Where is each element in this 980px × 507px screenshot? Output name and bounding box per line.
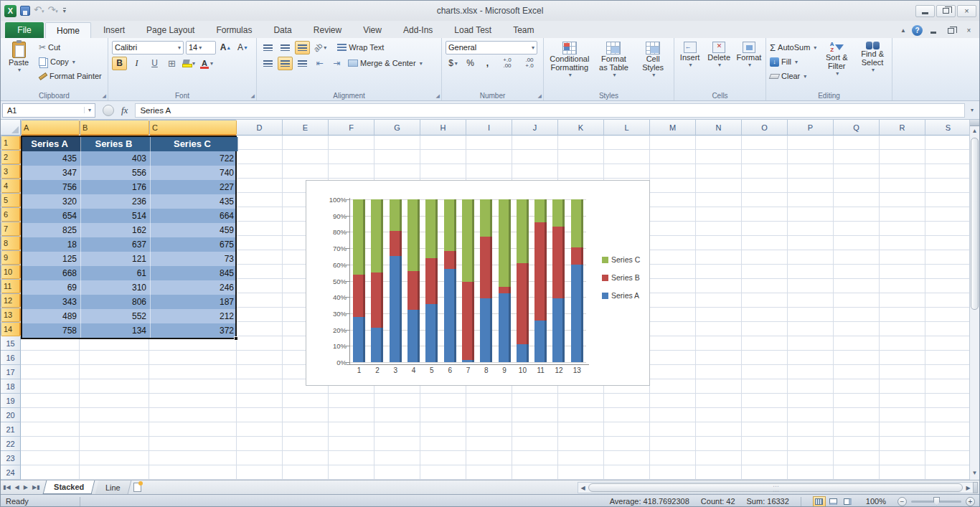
vertical-scroll-thumb[interactable] xyxy=(971,138,979,310)
row-header-23[interactable]: 23 xyxy=(1,451,21,465)
row-header-20[interactable]: 20 xyxy=(1,408,21,422)
name-box[interactable]: A1 ▾ xyxy=(2,103,95,118)
chart-bar-segment-series-b[interactable] xyxy=(444,251,456,269)
table-cell[interactable]: 134 xyxy=(81,323,151,338)
table-cell[interactable]: 121 xyxy=(81,252,151,266)
close-button[interactable]: × xyxy=(957,5,976,17)
legend-item[interactable]: Series C xyxy=(602,255,640,264)
orientation-button[interactable]: ab xyxy=(312,41,328,55)
table-cell[interactable]: 845 xyxy=(151,266,238,280)
ribbon-tab-load-test[interactable]: Load Test xyxy=(443,22,502,38)
chart-bar-segment-series-a[interactable] xyxy=(499,293,511,362)
workbook-close-button[interactable]: × xyxy=(961,25,976,36)
table-cell[interactable]: 664 xyxy=(151,209,238,223)
collapse-ribbon-icon[interactable]: ▲ xyxy=(897,26,909,36)
chart-bar-segment-series-a[interactable] xyxy=(353,317,365,362)
formula-input[interactable]: Series A xyxy=(135,103,965,118)
row-header-3[interactable]: 3 xyxy=(1,164,21,179)
grow-font-icon[interactable]: A▲ xyxy=(218,41,233,55)
chart-bar-segment-series-c[interactable] xyxy=(353,199,365,275)
restore-button[interactable] xyxy=(936,5,956,17)
chart-bar-segment-series-b[interactable] xyxy=(517,263,529,344)
cut-button[interactable]: ✂Cut xyxy=(37,40,103,55)
chart-bar-segment-series-c[interactable] xyxy=(534,199,547,222)
ribbon-tab-page-layout[interactable]: Page Layout xyxy=(136,22,205,38)
chart-bar[interactable] xyxy=(534,199,547,362)
chart-bar[interactable] xyxy=(480,199,492,362)
insert-cells-button[interactable]: Insert xyxy=(677,40,703,70)
row-header-24[interactable]: 24 xyxy=(1,465,21,480)
accounting-format-button[interactable]: $ xyxy=(446,57,461,70)
table-cell[interactable]: 236 xyxy=(81,194,151,209)
help-icon[interactable]: ? xyxy=(912,25,923,36)
column-header-C[interactable]: C xyxy=(149,120,237,136)
cell-grid[interactable]: Series ASeries BSeries C4354037223475567… xyxy=(21,136,969,480)
table-cell[interactable]: 514 xyxy=(81,209,151,223)
find-select-button[interactable]: Find & Select xyxy=(855,40,890,83)
chart-bar-segment-series-a[interactable] xyxy=(534,321,547,362)
row-header-13[interactable]: 13 xyxy=(1,308,21,322)
horizontal-scroll-thumb[interactable] xyxy=(588,483,963,492)
formula-options-icon[interactable] xyxy=(103,105,114,116)
scroll-right-icon[interactable]: ▶ xyxy=(963,485,973,491)
row-header-6[interactable]: 6 xyxy=(1,207,21,222)
chart-bar-segment-series-b[interactable] xyxy=(499,287,511,293)
ribbon-tab-view[interactable]: View xyxy=(352,22,392,38)
row-header-8[interactable]: 8 xyxy=(1,236,21,250)
table-cell[interactable]: 347 xyxy=(22,166,81,180)
clipboard-dialog-launcher-icon[interactable]: ◢ xyxy=(103,93,106,99)
row-header-10[interactable]: 10 xyxy=(1,265,21,279)
chart-bar-segment-series-a[interactable] xyxy=(425,304,438,362)
expand-formula-bar-icon[interactable]: ▾ xyxy=(966,107,978,113)
column-header-I[interactable]: I xyxy=(466,120,512,136)
row-header-12[interactable]: 12 xyxy=(1,293,21,308)
legend-item[interactable]: Series B xyxy=(602,273,640,282)
column-header-P[interactable]: P xyxy=(788,120,834,136)
chart-bar-segment-series-c[interactable] xyxy=(444,199,456,251)
font-size-select[interactable]: 14 xyxy=(186,41,216,55)
table-header-cell[interactable]: Series B xyxy=(81,137,151,151)
column-header-J[interactable]: J xyxy=(512,120,558,136)
chart-bar[interactable] xyxy=(571,199,583,362)
table-cell[interactable]: 69 xyxy=(22,280,81,295)
chart-bar-segment-series-a[interactable] xyxy=(480,298,492,362)
table-cell[interactable]: 310 xyxy=(81,280,151,295)
chart-bar-segment-series-b[interactable] xyxy=(571,247,583,265)
row-header-5[interactable]: 5 xyxy=(1,193,21,207)
row-header-21[interactable]: 21 xyxy=(1,422,21,437)
row-header-19[interactable]: 19 xyxy=(1,394,21,408)
chart-bar-segment-series-c[interactable] xyxy=(517,199,529,263)
chart-bar-segment-series-c[interactable] xyxy=(571,199,583,247)
column-header-L[interactable]: L xyxy=(604,120,650,136)
table-cell[interactable]: 61 xyxy=(81,266,151,280)
format-as-table-button[interactable]: Format as Table xyxy=(595,40,633,80)
table-header-cell[interactable]: Series A xyxy=(22,137,81,151)
table-cell[interactable]: 758 xyxy=(22,323,81,338)
autosum-button[interactable]: AutoSum xyxy=(768,40,818,55)
row-header-2[interactable]: 2 xyxy=(1,150,21,164)
table-cell[interactable]: 73 xyxy=(151,252,238,266)
decrease-decimal-button[interactable]: .00 +.0 xyxy=(519,57,540,70)
row-header-17[interactable]: 17 xyxy=(1,365,21,379)
row-header-1[interactable]: 1 xyxy=(1,136,21,150)
table-cell[interactable]: 654 xyxy=(22,209,81,223)
number-format-select[interactable]: General xyxy=(446,41,537,55)
column-header-M[interactable]: M xyxy=(650,120,696,136)
table-cell[interactable]: 320 xyxy=(22,194,81,209)
table-cell[interactable]: 435 xyxy=(151,194,238,209)
chart-bar-segment-series-a[interactable] xyxy=(462,360,474,362)
align-bottom-button[interactable] xyxy=(295,41,310,55)
table-cell[interactable]: 125 xyxy=(22,252,81,266)
sort-filter-button[interactable]: AZ Sort & Filter xyxy=(819,40,854,83)
workbook-minimize-button[interactable] xyxy=(925,25,941,36)
chart-bar[interactable] xyxy=(552,199,565,362)
page-break-view-button[interactable] xyxy=(842,496,854,507)
table-cell[interactable]: 459 xyxy=(151,223,238,237)
italic-button[interactable] xyxy=(129,57,144,70)
chart-bar-segment-series-a[interactable] xyxy=(517,344,529,362)
ribbon-tab-data[interactable]: Data xyxy=(263,22,302,38)
chart-bar-segment-series-c[interactable] xyxy=(407,199,420,271)
table-cell[interactable]: 668 xyxy=(22,266,81,280)
chart-bar-segment-series-a[interactable] xyxy=(390,256,402,362)
chart-bar[interactable] xyxy=(371,199,383,362)
